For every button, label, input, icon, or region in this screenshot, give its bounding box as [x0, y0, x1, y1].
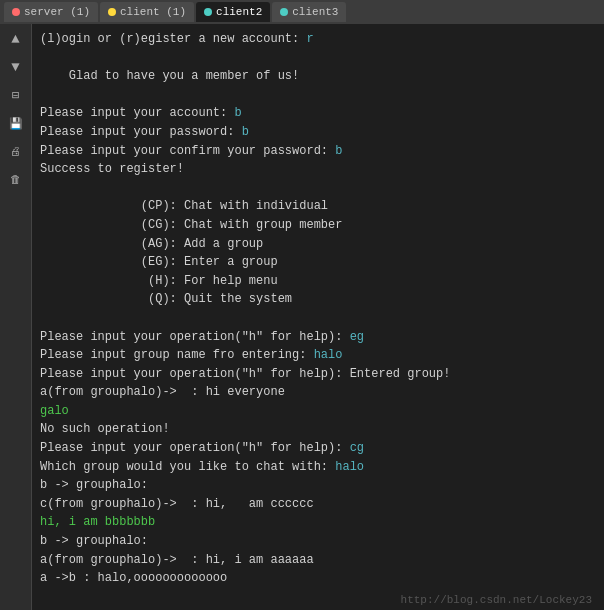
- tab-label-client1: client (1): [120, 6, 186, 18]
- tab-icon-client2: [204, 8, 212, 16]
- terminal-output[interactable]: (l)ogin or (r)egister a new account: r G…: [32, 24, 604, 610]
- line-blank-2: [40, 86, 596, 105]
- line-eg: (EG): Enter a group: [40, 253, 596, 272]
- tab-server[interactable]: server (1): [4, 2, 98, 22]
- split-button[interactable]: ⊟: [5, 84, 27, 106]
- line-ag: (AG): Add a group: [40, 235, 596, 254]
- scroll-down-button[interactable]: ▼: [5, 56, 27, 78]
- line-no-op: No such operation!: [40, 420, 596, 439]
- line-which-group: Which group would you like to chat with:…: [40, 458, 596, 477]
- tab-label-server: server (1): [24, 6, 90, 18]
- tab-icon-client1: [108, 8, 116, 16]
- line-c-hi: c(from grouphalo)-> : hi, am cccccc: [40, 495, 596, 514]
- save-button[interactable]: 💾: [5, 112, 27, 134]
- line-glad: Glad to have you a member of us!: [40, 67, 596, 86]
- line-op-cg: Please input your operation("h" for help…: [40, 439, 596, 458]
- line-password: Please input your password: b: [40, 123, 596, 142]
- tab-icon-server: [12, 8, 20, 16]
- trash-button[interactable]: 🗑: [5, 168, 27, 190]
- line-hi-bbb: hi, i am bbbbbbb: [40, 513, 596, 532]
- line-confirm: Please input your confirm your password:…: [40, 142, 596, 161]
- line-account: Please input your account: b: [40, 104, 596, 123]
- tab-client1[interactable]: client (1): [100, 2, 194, 22]
- line-a-hi: a(from grouphalo)-> : hi everyone: [40, 383, 596, 402]
- tab-label-client3: client3: [292, 6, 338, 18]
- line-cg: (CG): Chat with group member: [40, 216, 596, 235]
- line-a-hi-aaa: a(from grouphalo)-> : hi, i am aaaaaa: [40, 551, 596, 570]
- tab-client2[interactable]: client2: [196, 2, 270, 22]
- line-b-group1: b -> grouphalo:: [40, 476, 596, 495]
- line-h: (H): For help menu: [40, 272, 596, 291]
- tab-label-client2: client2: [216, 6, 262, 18]
- print-button[interactable]: 🖨: [5, 140, 27, 162]
- window: server (1) client (1) client2 client3 ▲ …: [0, 0, 604, 610]
- line-blank-3: [40, 179, 596, 198]
- line-1: (l)ogin or (r)egister a new account: r: [40, 30, 596, 49]
- line-success: Success to register!: [40, 160, 596, 179]
- line-q: (Q): Quit the system: [40, 290, 596, 309]
- line-blank-4: [40, 309, 596, 328]
- tab-bar: server (1) client (1) client2 client3: [0, 0, 604, 24]
- line-b-group2: b -> grouphalo:: [40, 532, 596, 551]
- main-layout: ▲ ▼ ⊟ 💾 🖨 🗑 (l)ogin or (r)egister a new …: [0, 24, 604, 610]
- tab-client3[interactable]: client3: [272, 2, 346, 22]
- line-blank-1: [40, 49, 596, 68]
- line-group-name: Please input group name fro entering: ha…: [40, 346, 596, 365]
- line-op-eg: Please input your operation("h" for help…: [40, 328, 596, 347]
- line-entered: Please input your operation("h" for help…: [40, 365, 596, 384]
- line-a-b-halo: a ->b : halo,ooooooooooooo: [40, 569, 596, 588]
- tab-icon-client3: [280, 8, 288, 16]
- line-cp: (CP): Chat with individual: [40, 197, 596, 216]
- watermark: http://blog.csdn.net/Lockey23: [40, 592, 596, 609]
- line-galo: galo: [40, 402, 596, 421]
- sidebar: ▲ ▼ ⊟ 💾 🖨 🗑: [0, 24, 32, 610]
- scroll-up-button[interactable]: ▲: [5, 28, 27, 50]
